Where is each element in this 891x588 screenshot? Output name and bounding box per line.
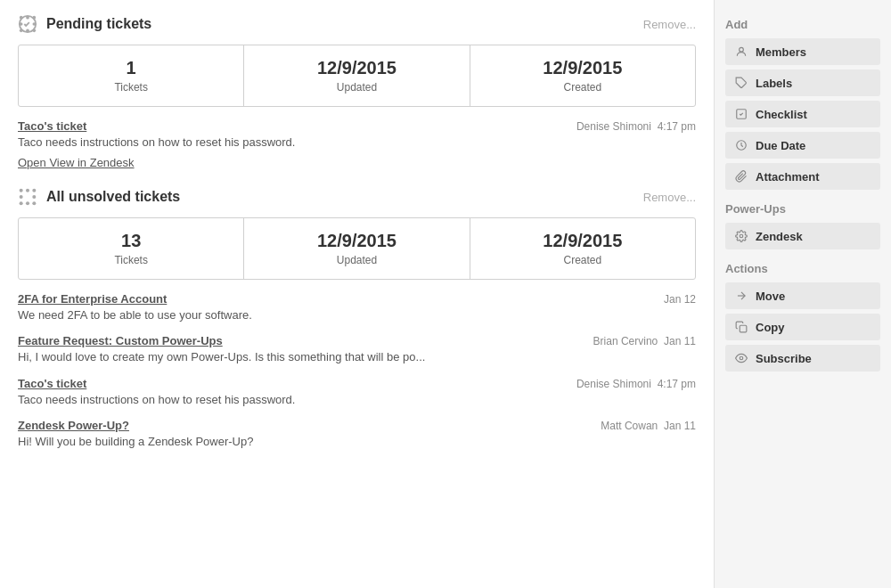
paperclip-icon	[734, 169, 748, 184]
pending-stat-created: 12/9/2015 Created	[470, 45, 695, 106]
pending-stat-updated: 12/9/2015 Updated	[244, 45, 470, 106]
unsolved-remove-link[interactable]: Remove...	[643, 191, 696, 204]
unsolved-ticket-2-title[interactable]: Taco's ticket	[18, 377, 86, 390]
unsolved-ticket-3-desc: Hi! Will you be building a Zendesk Power…	[18, 434, 624, 450]
labels-label: Labels	[756, 77, 792, 90]
labels-button[interactable]: Labels	[725, 69, 880, 96]
svg-point-0	[20, 16, 23, 20]
unsolved-section-header: All unsolved tickets Remove...	[18, 187, 696, 207]
open-view-link[interactable]: Open View in Zendesk	[18, 156, 135, 169]
pending-stat-value-tickets: 1	[28, 58, 234, 78]
svg-point-10	[32, 189, 36, 192]
pending-remove-link[interactable]: Remove...	[643, 18, 696, 31]
unsolved-icon	[18, 187, 37, 207]
pending-title-group: Pending tickets	[18, 14, 151, 34]
powerups-section-title: Power-Ups	[725, 202, 880, 216]
clock-icon	[734, 138, 748, 152]
pending-ticket-title[interactable]: Taco's ticket	[18, 119, 86, 133]
unsolved-stat-value-updated: 12/9/2015	[253, 231, 460, 251]
pending-ticket-time: 4:17 pm	[658, 120, 696, 133]
move-label: Move	[756, 290, 785, 303]
members-label: Members	[756, 45, 806, 59]
unsolved-ticket-1-meta: Brian Cervino Jan 11	[593, 335, 696, 347]
tag-icon	[734, 76, 748, 90]
svg-point-7	[33, 29, 37, 33]
attachment-label: Attachment	[756, 170, 820, 184]
unsolved-ticket-2-meta: Denise Shimoni 4:17 pm	[576, 378, 696, 390]
unsolved-stat-label-updated: Updated	[337, 254, 377, 266]
svg-point-11	[20, 195, 23, 199]
gear-icon	[734, 229, 748, 243]
pending-title: Pending tickets	[46, 16, 151, 32]
actions-section-title: Actions	[725, 262, 880, 275]
svg-point-23	[740, 356, 743, 360]
subscribe-label: Subscribe	[756, 352, 812, 365]
svg-point-6	[26, 29, 29, 33]
unsolved-ticket-2: Taco's ticket Denise Shimoni 4:17 pm Tac…	[18, 377, 696, 408]
copy-label: Copy	[756, 321, 785, 334]
unsolved-ticket-0: 2FA for Enterprise Account Jan 12 We nee…	[18, 292, 696, 323]
svg-point-12	[32, 195, 36, 199]
svg-point-13	[20, 202, 23, 206]
right-panel: Add Members Labels Checklist	[715, 0, 891, 588]
unsolved-ticket-3-title[interactable]: Zendesk Power-Up?	[18, 419, 129, 432]
move-button[interactable]: Move	[725, 282, 880, 309]
unsolved-ticket-0-title[interactable]: 2FA for Enterprise Account	[18, 292, 167, 306]
pending-ticket-author: Denise Shimoni	[576, 120, 651, 133]
unsolved-ticket-3-meta: Matt Cowan Jan 11	[601, 420, 696, 432]
arrow-icon	[734, 289, 748, 303]
svg-point-16	[740, 47, 744, 52]
left-panel: Pending tickets Remove... 1 Tickets 12/9…	[0, 0, 715, 588]
pending-ticket: Taco's ticket Denise Shimoni 4:17 pm Tac…	[18, 119, 696, 169]
svg-point-2	[33, 16, 37, 20]
unsolved-ticket-3-header: Zendesk Power-Up? Matt Cowan Jan 11	[18, 419, 696, 432]
copy-button[interactable]: Copy	[725, 314, 880, 340]
due-date-label: Due Date	[756, 139, 805, 152]
pending-icon	[18, 14, 37, 34]
pending-stats-box: 1 Tickets 12/9/2015 Updated 12/9/2015 Cr…	[18, 45, 696, 107]
unsolved-stat-created: 12/9/2015 Created	[470, 218, 695, 279]
unsolved-ticket-1: Feature Request: Custom Power-Ups Brian …	[18, 334, 696, 365]
svg-point-9	[26, 189, 29, 192]
person-icon	[734, 45, 748, 59]
pending-stat-tickets: 1 Tickets	[19, 45, 244, 106]
pending-stat-value-updated: 12/9/2015	[253, 58, 460, 78]
pending-ticket-desc: Taco needs instructions on how to reset …	[18, 135, 624, 151]
unsolved-ticket-1-title[interactable]: Feature Request: Custom Power-Ups	[18, 334, 223, 347]
checklist-button[interactable]: Checklist	[725, 101, 880, 127]
pending-stat-label-tickets: Tickets	[114, 81, 148, 94]
unsolved-ticket-1-header: Feature Request: Custom Power-Ups Brian …	[18, 334, 696, 347]
zendesk-button[interactable]: Zendesk	[725, 223, 880, 249]
attachment-button[interactable]: Attachment	[725, 163, 880, 190]
unsolved-ticket-1-desc: Hi, I would love to create my own Power-…	[18, 349, 624, 365]
add-section-title: Add	[725, 18, 880, 31]
pending-stat-value-created: 12/9/2015	[479, 58, 686, 78]
svg-point-14	[26, 202, 29, 206]
pending-section-header: Pending tickets Remove...	[18, 14, 696, 34]
checklist-icon	[734, 107, 748, 121]
unsolved-stat-tickets: 13 Tickets	[19, 218, 244, 279]
svg-rect-22	[740, 325, 747, 332]
members-button[interactable]: Members	[725, 38, 880, 65]
unsolved-ticket-0-desc: We need 2FA to be able to use your softw…	[18, 307, 624, 323]
checklist-label: Checklist	[756, 108, 807, 121]
svg-point-8	[20, 189, 23, 192]
pending-stat-label-created: Created	[563, 81, 601, 94]
unsolved-ticket-3: Zendesk Power-Up? Matt Cowan Jan 11 Hi! …	[18, 419, 696, 450]
unsolved-title: All unsolved tickets	[46, 189, 180, 205]
zendesk-label: Zendesk	[756, 230, 803, 243]
unsolved-ticket-2-header: Taco's ticket Denise Shimoni 4:17 pm	[18, 377, 696, 390]
unsolved-title-group: All unsolved tickets	[18, 187, 180, 207]
due-date-button[interactable]: Due Date	[725, 132, 880, 159]
svg-point-1	[26, 16, 29, 20]
svg-point-20	[740, 234, 743, 238]
unsolved-stat-label-created: Created	[563, 254, 601, 266]
pending-ticket-header: Taco's ticket Denise Shimoni 4:17 pm	[18, 119, 696, 133]
unsolved-stats-box: 13 Tickets 12/9/2015 Updated 12/9/2015 C…	[18, 217, 696, 280]
copy-icon	[734, 320, 748, 334]
unsolved-ticket-2-desc: Taco needs instructions on how to reset …	[18, 392, 624, 408]
subscribe-button[interactable]: Subscribe	[725, 345, 880, 372]
svg-point-5	[20, 29, 23, 33]
unsolved-ticket-0-meta: Jan 12	[664, 293, 696, 306]
svg-point-15	[32, 202, 36, 206]
